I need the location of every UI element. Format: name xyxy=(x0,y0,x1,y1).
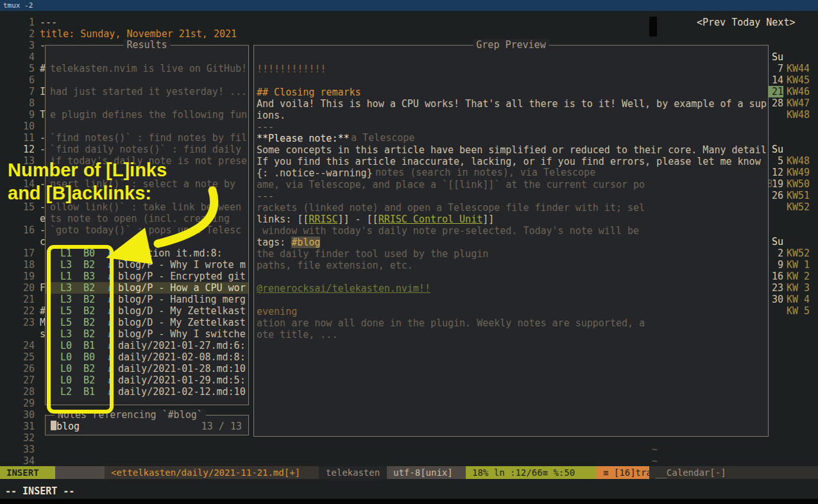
links-count: L3 xyxy=(60,294,72,305)
down-arrow-icon: ↓ xyxy=(107,305,112,317)
preview-line: @renerocksai/telekasten.nvim!! xyxy=(257,282,430,294)
links-count: L3 xyxy=(60,328,72,340)
results-item[interactable]: L0B2↓daily/2021-01-29.md:5: xyxy=(46,374,248,386)
backlinks-count: B0 xyxy=(83,351,95,363)
backlinks-count: B2 xyxy=(83,328,95,340)
preview-line: {: .notice--warning} xyxy=(257,167,373,179)
down-arrow-icon: ↓ xyxy=(107,259,112,271)
results-item[interactable]: L2B1↓daily/2021-02-12.md:10 xyxy=(46,386,248,398)
preview-text: **Please note:** xyxy=(257,133,350,144)
backlinks-count: B2 xyxy=(83,317,95,328)
calendar-statusline: __Calendar[-] xyxy=(649,466,818,479)
note-title: blog/D - My Zettelkast xyxy=(118,305,246,317)
preview-line: ame, via Telescope, and place a `[[link]… xyxy=(257,178,645,190)
results-item[interactable]: L3B2↓blog/P - How a CPU wor xyxy=(46,282,248,294)
mode-message: -- INSERT -- xyxy=(5,485,74,497)
results-item[interactable]: L1B0↓i mention it.md:8: xyxy=(46,248,248,259)
preview-line: ation are now all done in the plugin. We… xyxy=(257,317,645,329)
note-title: daily/2021-01-29.md:5: xyxy=(118,374,246,386)
down-arrow-icon: ↓ xyxy=(107,340,112,351)
buffer-bleed-text: nsert link()` : select a note by xyxy=(50,178,235,190)
preview-text: ation are now all done in the plugin. We… xyxy=(257,317,645,329)
preview-text: ## Closing remarks xyxy=(257,87,361,98)
preview-line: ions. xyxy=(257,109,285,121)
preview-line: Some concepts in this article have been … xyxy=(257,144,767,156)
note-title: blog/P - Why I wrote m xyxy=(118,259,246,271)
results-item[interactable]: L3B2↓blog/P - Why I wrote m xyxy=(46,259,248,271)
note-title: i mention it.md:8: xyxy=(118,248,223,259)
preview-text: paths, file extension, etc. xyxy=(257,260,413,271)
note-title: blog/P - Encrypted git xyxy=(118,271,246,282)
preview-line: !!!!!!!!!!!! xyxy=(257,63,326,75)
preview-text: ions. xyxy=(257,110,285,121)
buffer-bleed-text: ollow link()` : take link between xyxy=(50,201,241,213)
results-item[interactable]: L0B0↓daily/2021-02-08.md:8: xyxy=(46,351,248,363)
note-link[interactable]: RRISC xyxy=(309,214,337,225)
links-count: L3 xyxy=(60,259,72,271)
preview-text: a Telescope xyxy=(351,132,414,144)
preview-line: window with today's daily note pre-selec… xyxy=(262,224,639,237)
backlinks-count: B2 xyxy=(83,305,95,317)
links-count: L0 xyxy=(60,374,72,386)
buffer-bleed-text: `goto today()` : pops up a Telesc xyxy=(50,224,241,236)
results-item[interactable]: L0B2↓daily/2021-01-28.md:10 xyxy=(46,363,248,374)
results-item[interactable]: L5B2↓blog/D - My Zettelkast xyxy=(46,305,248,317)
preview-text: --- xyxy=(257,190,274,202)
preview-text: the daily finder tool used by the plugin xyxy=(257,248,488,260)
preview-line: evening xyxy=(257,305,297,317)
results-item[interactable]: L3B2↓blog/P - Why I switche xyxy=(46,328,248,340)
buffer-bleed-text: ts note to open (incl. creating xyxy=(50,213,230,224)
cursor-position: 18% ln :12/66≡ %:50 xyxy=(466,466,597,479)
note-title: daily/2021-01-27.md:6: xyxy=(118,340,246,351)
note-title: blog/P - Why I switche xyxy=(118,328,246,340)
results-item[interactable]: L0B1↓daily/2021-01-27.md:6: xyxy=(46,340,248,351)
links-count: L3 xyxy=(60,282,72,294)
preview-text: And voila! This is how a CPU works! That… xyxy=(257,98,767,110)
encoding-indicator: utf-8[unix] xyxy=(387,466,466,479)
preview-text: notes (search in notes), via Telescope xyxy=(375,167,595,178)
down-arrow-icon: ↓ xyxy=(107,294,112,305)
terminal-screen: tmux -2 12345678910111213141516171819202… xyxy=(0,0,818,504)
note-link[interactable]: RRISC Control Unit xyxy=(379,214,483,225)
preview-text: ote title, ... xyxy=(257,329,337,340)
results-item[interactable]: L5B2↓blog/D - My Zettelkast xyxy=(46,317,248,328)
tag-chip: #blog xyxy=(291,237,320,248)
note-title: blog/P - How a CPU wor xyxy=(118,282,246,294)
preview-line: **Please note:** xyxy=(257,132,350,144)
preview-text: If you find this article inaccurate, lac… xyxy=(257,156,761,167)
results-item[interactable]: L3B2↓blog/P - Handling merg xyxy=(46,294,248,305)
buffer-bleed-text: telekasten.nvim is live on GitHub! xyxy=(50,63,247,74)
filename: <ettelkasten/daily/2021-11-21.md[+] xyxy=(105,466,319,479)
preview-line: --- xyxy=(257,190,274,202)
links-count: L5 xyxy=(60,317,72,328)
down-arrow-icon: ↓ xyxy=(107,363,112,374)
preview-line: the daily finder tool used by the plugin xyxy=(257,248,488,260)
preview-line: links: [[RRISC]] - [[RRISC Control Unit]… xyxy=(257,213,494,225)
preview-text: ]] xyxy=(482,214,494,225)
buffer-bleed-text: e plugin defines the following fun xyxy=(50,109,247,121)
links-count: L2 xyxy=(60,386,72,398)
preview-text: rackets (linked note) and open a Telesco… xyxy=(257,202,645,214)
mode-indicator: INSERT xyxy=(0,466,55,479)
preview-text: !!!!!!!!!!!! xyxy=(257,63,326,75)
buffer-bleed-text: `find daily notes()` : find daily xyxy=(50,144,241,155)
down-arrow-icon: ↓ xyxy=(107,248,112,259)
down-arrow-icon: ↓ xyxy=(107,386,112,398)
note-title: daily/2021-01-28.md:10 xyxy=(118,363,246,374)
backlinks-count: B1 xyxy=(83,340,95,351)
down-arrow-icon: ↓ xyxy=(107,317,112,328)
statusline: INSERT main! <ettelkasten/daily/2021-11-… xyxy=(0,466,818,479)
floating-window-content-layer: telekasten.nvim is live on GitHub!had ju… xyxy=(0,0,818,504)
backlinks-count: B2 xyxy=(83,363,95,374)
results-item[interactable]: L1B3↓blog/P - Encrypted git xyxy=(46,271,248,282)
links-count: L0 xyxy=(60,351,72,363)
down-arrow-icon: ↓ xyxy=(107,271,112,282)
preview-text: ]] - [[ xyxy=(337,214,378,225)
preview-line: If you find this article inaccurate, lac… xyxy=(257,155,761,167)
preview-line: And voila! This is how a CPU works! That… xyxy=(257,97,767,110)
preview-line: ## Closing remarks xyxy=(257,86,361,98)
down-arrow-icon: ↓ xyxy=(107,374,112,386)
links-count: L0 xyxy=(60,363,72,374)
backlinks-count: B2 xyxy=(83,259,95,271)
backlinks-count: B2 xyxy=(83,294,95,305)
